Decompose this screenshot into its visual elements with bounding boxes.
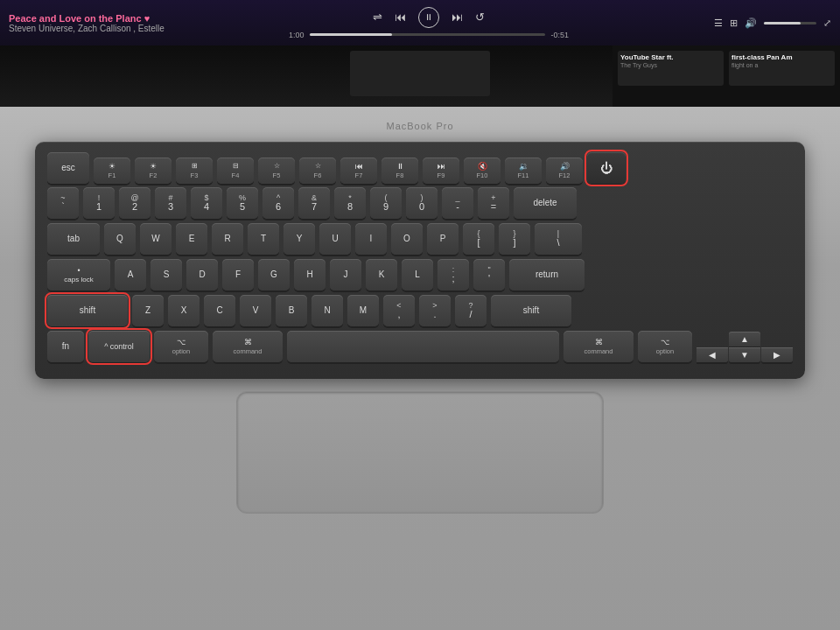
key-k[interactable]: K: [366, 259, 397, 290]
key-u[interactable]: U: [319, 223, 351, 255]
key-power[interactable]: ⏻: [587, 152, 626, 184]
key-arrow-right[interactable]: ▶: [761, 347, 793, 362]
pause-button[interactable]: ⏸: [418, 7, 439, 28]
key-h[interactable]: H: [294, 259, 326, 290]
qwerty-row: tab Q W E R T Y U I O P {[ }] |\: [47, 223, 793, 255]
key-minus[interactable]: _-: [442, 187, 473, 219]
repeat-icon[interactable]: ↺: [475, 10, 485, 24]
key-2[interactable]: @2: [119, 187, 150, 219]
key-7[interactable]: &7: [298, 187, 330, 219]
key-return[interactable]: return: [509, 259, 584, 290]
key-comma[interactable]: <,: [383, 295, 415, 326]
key-delete[interactable]: delete: [514, 187, 577, 219]
key-f11[interactable]: 🔉F11: [505, 158, 542, 184]
track-artist: Steven Universe, Zach Callison , Estelle: [9, 24, 166, 33]
key-f8[interactable]: ⏸F8: [382, 158, 418, 184]
key-x[interactable]: X: [168, 295, 200, 326]
prev-icon[interactable]: ⏮: [395, 10, 406, 24]
key-o[interactable]: O: [391, 223, 423, 255]
key-f7[interactable]: ⏮F7: [340, 158, 377, 184]
screen-area: YouTube Star ft. The Try Guys first-clas…: [0, 46, 840, 107]
key-m[interactable]: M: [347, 295, 379, 326]
key-arrow-left[interactable]: ◀: [696, 347, 728, 362]
key-f6[interactable]: ☆F6: [299, 158, 336, 184]
key-a[interactable]: A: [115, 259, 146, 290]
key-w[interactable]: W: [140, 223, 172, 255]
key-t[interactable]: T: [248, 223, 279, 255]
key-arrow-down[interactable]: ▼: [729, 347, 760, 362]
airplay-icon[interactable]: ⊞: [730, 18, 738, 29]
key-f9[interactable]: ⏭F9: [423, 158, 459, 184]
shuffle-icon[interactable]: ⇌: [373, 10, 382, 24]
key-equal[interactable]: +=: [478, 187, 509, 219]
list-icon[interactable]: ☰: [714, 18, 723, 29]
key-f12[interactable]: 🔊F12: [546, 158, 583, 184]
key-space[interactable]: [287, 331, 559, 362]
key-n[interactable]: N: [312, 295, 343, 326]
asdf-row: •caps lock A S D F G H J K L :; "' retur…: [47, 259, 793, 290]
key-e[interactable]: E: [176, 223, 207, 255]
key-f[interactable]: F: [222, 259, 254, 290]
key-backslash[interactable]: |\: [535, 223, 582, 255]
key-0[interactable]: )0: [406, 187, 438, 219]
key-fn[interactable]: fn: [47, 331, 84, 362]
number-row: ~` !1 @2 #3 $4 %5 ^6 &7 *8 (9 )0 _- += d…: [47, 187, 793, 219]
thumb-item-1: YouTube Star ft. The Try Guys: [618, 51, 724, 86]
key-i[interactable]: I: [355, 223, 387, 255]
key-command-right[interactable]: ⌘command: [564, 331, 634, 362]
key-b[interactable]: B: [276, 295, 307, 326]
key-shift-right[interactable]: shift: [491, 295, 571, 326]
fullscreen-icon[interactable]: ⤢: [823, 18, 831, 29]
key-q[interactable]: Q: [104, 223, 136, 255]
key-tab[interactable]: tab: [47, 223, 100, 255]
key-r[interactable]: R: [212, 223, 243, 255]
time-remaining: -0:51: [550, 31, 569, 39]
key-backtick[interactable]: ~`: [47, 187, 79, 219]
key-3[interactable]: #3: [155, 187, 186, 219]
key-semicolon[interactable]: :;: [438, 259, 469, 290]
key-esc[interactable]: esc: [47, 152, 89, 184]
key-j[interactable]: J: [330, 259, 361, 290]
key-6[interactable]: ^6: [262, 187, 294, 219]
bottom-row: fn ^ control ⌥option ⌘command ⌘command ⌥…: [47, 331, 793, 362]
key-quote[interactable]: "': [473, 259, 505, 290]
key-y[interactable]: Y: [284, 223, 315, 255]
key-slash[interactable]: ?/: [455, 295, 486, 326]
key-l[interactable]: L: [402, 259, 433, 290]
key-z[interactable]: Z: [132, 295, 164, 326]
progress-bar[interactable]: [310, 33, 546, 36]
key-1[interactable]: !1: [83, 187, 115, 219]
key-p[interactable]: P: [427, 223, 458, 255]
key-option-right[interactable]: ⌥option: [638, 331, 692, 362]
key-v[interactable]: V: [240, 295, 271, 326]
key-period[interactable]: >.: [419, 295, 451, 326]
key-f10[interactable]: 🔇F10: [464, 158, 500, 184]
key-d[interactable]: D: [186, 259, 218, 290]
key-g[interactable]: G: [258, 259, 290, 290]
key-f2[interactable]: ☀F2: [135, 158, 172, 184]
key-capslock[interactable]: •caps lock: [47, 259, 110, 290]
key-command-left[interactable]: ⌘command: [213, 331, 283, 362]
key-9[interactable]: (9: [370, 187, 402, 219]
key-control[interactable]: ^ control: [88, 331, 150, 362]
trackpad[interactable]: [236, 391, 604, 514]
now-playing: Peace and Love on the Planc ♥ Steven Uni…: [9, 13, 166, 33]
key-shift-left[interactable]: shift: [47, 295, 128, 326]
key-8[interactable]: *8: [334, 187, 366, 219]
key-f3[interactable]: ⊞F3: [176, 158, 213, 184]
volume-icon[interactable]: 🔊: [745, 18, 757, 29]
volume-bar[interactable]: [764, 22, 816, 24]
key-arrow-up[interactable]: ▲: [729, 332, 760, 346]
key-s[interactable]: S: [150, 259, 182, 290]
key-f4[interactable]: ⊟F4: [217, 158, 254, 184]
key-rbracket[interactable]: }]: [499, 223, 530, 255]
key-5[interactable]: %5: [227, 187, 258, 219]
key-option-left[interactable]: ⌥option: [154, 331, 208, 362]
key-lbracket[interactable]: {[: [463, 223, 494, 255]
key-f1[interactable]: ☀F1: [94, 158, 130, 184]
key-c[interactable]: C: [204, 295, 235, 326]
key-4[interactable]: $4: [191, 187, 222, 219]
next-icon[interactable]: ⏭: [452, 10, 463, 24]
key-f5[interactable]: ☆F5: [258, 158, 295, 184]
macbook-label: MacBook Pro: [386, 121, 453, 131]
